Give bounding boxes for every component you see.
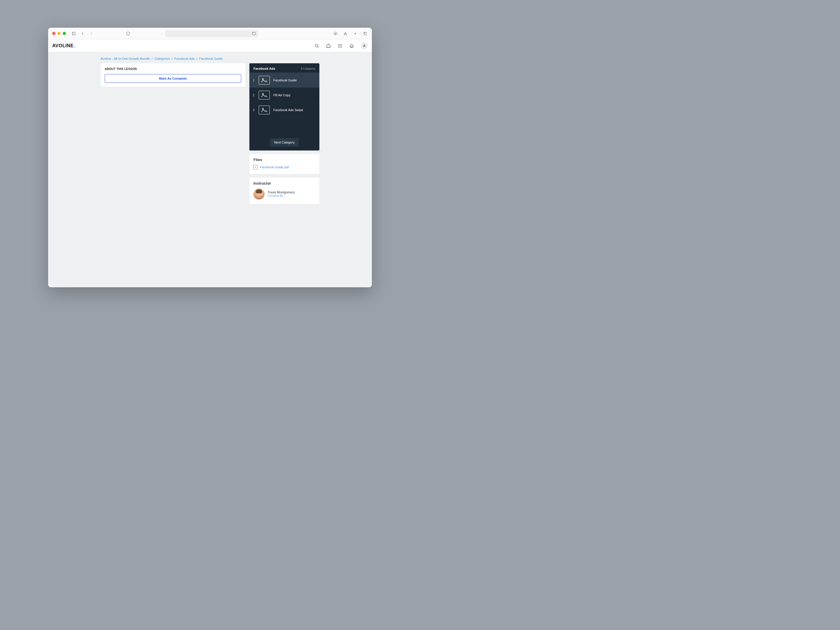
- image-icon: [259, 91, 270, 99]
- new-tab-icon[interactable]: [353, 31, 358, 36]
- avatar[interactable]: A: [361, 42, 368, 49]
- svg-point-16: [341, 45, 342, 46]
- lesson-label: Facebook Ads Swipe: [273, 108, 303, 112]
- back-icon[interactable]: [80, 31, 85, 36]
- avatar-initial: A: [363, 44, 365, 47]
- next-category-button[interactable]: Next Category: [270, 138, 298, 147]
- lesson-number: 3: [253, 109, 255, 112]
- svg-line-10: [317, 47, 319, 47]
- tabs-icon[interactable]: [363, 31, 368, 36]
- instructor-name: Travis Montgomery: [267, 191, 295, 194]
- svg-point-17: [338, 47, 339, 47]
- shield-icon[interactable]: [125, 31, 131, 36]
- svg-point-14: [338, 45, 339, 46]
- bell-icon[interactable]: [349, 43, 354, 48]
- sidebar-toggle-icon[interactable]: [71, 31, 76, 36]
- download-icon[interactable]: [333, 31, 338, 36]
- url-bar[interactable]: [165, 30, 258, 37]
- svg-point-11: [338, 44, 339, 45]
- svg-rect-0: [72, 32, 76, 35]
- about-title: ABOUT THIS LESSON: [105, 67, 241, 71]
- breadcrumb-item[interactable]: Facebook Guide: [199, 57, 223, 60]
- search-icon[interactable]: [314, 43, 319, 48]
- image-icon: [259, 76, 270, 85]
- about-lesson-card: ABOUT THIS LESSON Mark As Complete: [101, 63, 245, 87]
- reload-icon[interactable]: [252, 32, 256, 36]
- lesson-row[interactable]: 1 Facebook Guide: [249, 73, 319, 87]
- instructor-role: Created By: [267, 194, 295, 197]
- instructor-avatar: [253, 188, 265, 199]
- pdf-icon: [253, 165, 257, 169]
- app-header: AVOLINE. A: [48, 39, 372, 52]
- logo-text: AVOLINE: [52, 43, 74, 48]
- lessons-title: Facebook Ads: [253, 67, 275, 70]
- apps-grid-icon[interactable]: [338, 43, 343, 48]
- window-close[interactable]: [52, 32, 55, 35]
- lesson-row[interactable]: 3 Facebook Ads Swipe: [249, 103, 319, 117]
- file-link[interactable]: Facebook Guide.pdf: [253, 165, 315, 169]
- traffic-lights: [52, 32, 66, 35]
- window-minimize[interactable]: [57, 32, 61, 35]
- window-maximize[interactable]: [63, 32, 66, 35]
- lessons-panel: Facebook Ads 3 Lessons 1 Facebook Guide …: [249, 63, 319, 150]
- lessons-count: 3 Lessons: [301, 67, 315, 70]
- svg-rect-8: [364, 33, 366, 35]
- image-icon: [259, 106, 270, 114]
- files-title: Files: [253, 158, 315, 162]
- mark-complete-button[interactable]: Mark As Complete: [105, 74, 241, 83]
- browser-chrome: [48, 28, 372, 39]
- svg-point-22: [262, 108, 264, 109]
- logo-dot: .: [74, 43, 75, 48]
- svg-point-21: [262, 93, 264, 95]
- files-card: Files Facebook Guide.pdf: [249, 154, 319, 174]
- breadcrumb-item[interactable]: Facebook Ads: [174, 57, 195, 60]
- breadcrumb-item[interactable]: Avoline - All In One Growth Bundle: [101, 57, 150, 60]
- breadcrumb: Avoline - All In One Growth Bundle / Cat…: [101, 56, 319, 63]
- svg-point-18: [340, 47, 341, 47]
- file-name: Facebook Guide.pdf: [260, 165, 289, 169]
- instructor-title: Instructor: [253, 181, 315, 185]
- svg-point-15: [340, 45, 341, 46]
- lesson-number: 2: [253, 94, 255, 97]
- svg-point-20: [262, 79, 264, 80]
- logo[interactable]: AVOLINE.: [52, 43, 75, 48]
- instructor-card: Instructor Travis Montgomery Created By: [249, 178, 319, 204]
- svg-point-19: [341, 47, 342, 47]
- lesson-number: 1: [253, 79, 255, 82]
- svg-point-13: [341, 44, 342, 45]
- lesson-label: FB Ad Copy: [273, 93, 291, 97]
- breadcrumb-item[interactable]: Categories: [154, 57, 170, 60]
- home-icon[interactable]: [326, 43, 331, 48]
- svg-point-9: [315, 44, 318, 47]
- share-icon[interactable]: [343, 31, 348, 36]
- browser-window: AVOLINE. A Avoline - All In One Growth B…: [48, 28, 372, 287]
- forward-icon[interactable]: [88, 31, 94, 36]
- lesson-label: Facebook Guide: [273, 79, 297, 82]
- lesson-row[interactable]: 2 FB Ad Copy: [249, 87, 319, 103]
- svg-point-12: [340, 44, 341, 45]
- page-body: Avoline - All In One Growth Bundle / Cat…: [48, 52, 372, 287]
